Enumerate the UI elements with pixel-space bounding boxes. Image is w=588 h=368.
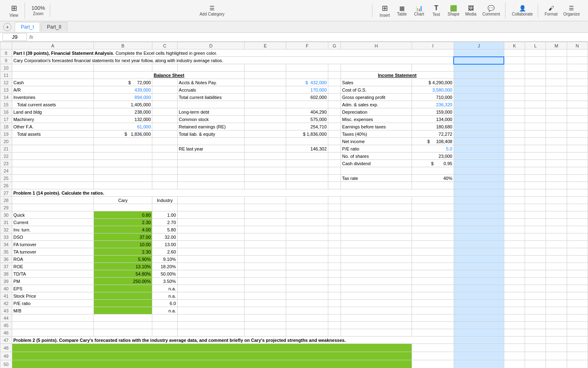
cell-41c[interactable]: n.a. [152, 292, 178, 300]
cell-19j[interactable] [454, 130, 504, 138]
col-header-l[interactable]: L [525, 42, 546, 49]
cell-11m[interactable] [546, 72, 567, 79]
cell-17j[interactable] [454, 116, 504, 123]
col-header-e[interactable]: E [244, 42, 286, 49]
cell-9l[interactable] [525, 57, 546, 64]
cell-37c[interactable]: 18.20% [152, 263, 178, 270]
cell-42c[interactable]: 6.0 [152, 300, 178, 307]
cell-18b[interactable]: 61,000 [94, 123, 152, 130]
cell-20b[interactable] [94, 138, 152, 145]
cell-8j[interactable] [454, 49, 504, 57]
cell-19g[interactable] [328, 130, 341, 138]
view-button[interactable]: ⊞ View [6, 2, 22, 19]
cell-14a[interactable]: Inventories [12, 94, 94, 101]
col-header-f[interactable]: F [286, 42, 328, 49]
cell-11e[interactable] [244, 72, 286, 79]
cell-16a[interactable]: Land and bldg [12, 108, 94, 116]
cell-19l[interactable] [525, 130, 546, 138]
grid-container[interactable]: A B C D E F G H I J K L M N [0, 42, 588, 368]
cell-11h-income-stmt[interactable]: Income Statement [341, 72, 454, 79]
cell-12d[interactable]: Accts & Notes Pay. [177, 79, 244, 86]
cell-19c[interactable] [152, 130, 178, 138]
text-button[interactable]: T Text [428, 3, 444, 18]
cell-21b[interactable] [94, 145, 152, 153]
cell-18d[interactable]: Retained earnings (RE) [177, 123, 244, 130]
cell-16i[interactable]: 159,000 [412, 108, 454, 116]
cell-9j[interactable] [454, 57, 504, 64]
cell-38b[interactable]: 54.80% [94, 270, 152, 278]
cell-37b[interactable]: 13.10% [94, 263, 152, 270]
cell-13d[interactable]: Accruals [177, 86, 244, 94]
cell-41a[interactable]: Stock Price [12, 292, 94, 300]
cell-21k[interactable] [504, 145, 525, 153]
cell-8n[interactable] [567, 49, 588, 57]
cell-30c[interactable]: 1.00 [152, 211, 178, 219]
cell-19h[interactable]: Taxes (40%) [341, 130, 412, 138]
cell-19m[interactable] [546, 130, 567, 138]
cell-11j[interactable] [454, 72, 504, 79]
cell-12f[interactable]: $ 432,000 [286, 79, 328, 86]
cell-31a[interactable]: Current [12, 219, 94, 226]
cell-16e[interactable] [244, 108, 286, 116]
cell-17a[interactable]: Machinery [12, 116, 94, 123]
cell-50a[interactable] [12, 360, 412, 368]
cell-21i[interactable]: 5.0 [412, 145, 454, 153]
cell-18i[interactable]: 180,680 [412, 123, 454, 130]
cell-21g[interactable] [328, 145, 341, 153]
cell-13f[interactable]: 170,000 [286, 86, 328, 94]
cell-14f[interactable]: 602,000 [286, 94, 328, 101]
cell-43b[interactable] [94, 307, 152, 314]
cell-40c[interactable]: n.a. [152, 285, 178, 292]
cell-17i[interactable]: 134,000 [412, 116, 454, 123]
cell-20l[interactable] [525, 138, 546, 145]
cell-48a[interactable] [12, 344, 412, 352]
cell-10g[interactable] [328, 64, 341, 72]
collaborate-button[interactable]: 👤 Collaborate [510, 4, 535, 18]
cell-21m[interactable] [546, 145, 567, 153]
cell-20g[interactable] [328, 138, 341, 145]
cell-23h[interactable]: Cash dividend [341, 160, 412, 167]
cell-14n[interactable] [567, 94, 588, 101]
cell-12l[interactable] [525, 79, 546, 86]
cell-15n[interactable] [567, 101, 588, 108]
cell-9a[interactable]: Cary Corporation's forecasted financial … [12, 57, 454, 64]
cell-38a[interactable]: TD/TA [12, 270, 94, 278]
cell-38c[interactable]: 50.00% [152, 270, 178, 278]
cell-8m[interactable] [546, 49, 567, 57]
cell-18n[interactable] [567, 123, 588, 130]
cell-18g[interactable] [328, 123, 341, 130]
cell-14k[interactable] [504, 94, 525, 101]
cell-14e[interactable] [244, 94, 286, 101]
cell-12g[interactable] [328, 79, 341, 86]
cell-20f[interactable] [286, 138, 328, 145]
cell-13j[interactable] [454, 86, 504, 94]
cell-8l[interactable] [525, 49, 546, 57]
chart-button[interactable]: 📊 Chart [411, 4, 427, 18]
cell-36c[interactable]: 9.10% [152, 256, 178, 263]
cell-21d[interactable]: RE last year [177, 145, 244, 153]
cell-14j[interactable] [454, 94, 504, 101]
cell-12j[interactable] [454, 79, 504, 86]
cell-43c[interactable]: n.a. [152, 307, 178, 314]
cell-34a[interactable]: FA turnover [12, 241, 94, 248]
cell-14d[interactable]: Total current liabilities [177, 94, 244, 101]
cell-10l[interactable] [525, 64, 546, 72]
cell-14l[interactable] [525, 94, 546, 101]
col-header-j[interactable]: J [454, 42, 504, 49]
cell-19k[interactable] [504, 130, 525, 138]
cell-39a[interactable]: PM [12, 278, 94, 285]
cell-42a[interactable]: P/E ratio [12, 300, 94, 307]
cell-34b[interactable]: 10.00 [94, 241, 152, 248]
cell-15c[interactable] [152, 101, 178, 108]
cell-17c[interactable] [152, 116, 178, 123]
cell-11b-balance-sheet[interactable]: Balance Sheet [94, 72, 244, 79]
cell-33b[interactable]: 37.00 [94, 233, 152, 241]
cell-18k[interactable] [504, 123, 525, 130]
cell-12a[interactable]: Cash [12, 79, 94, 86]
table-button[interactable]: ▦ Table [394, 4, 410, 18]
cell-25i[interactable]: 40% [412, 175, 454, 182]
cell-35a[interactable]: TA turnover [12, 248, 94, 256]
cell-11g[interactable] [328, 72, 341, 79]
cell-12b[interactable]: $ 72,000 [94, 79, 152, 86]
col-header-n[interactable]: N [567, 42, 588, 49]
